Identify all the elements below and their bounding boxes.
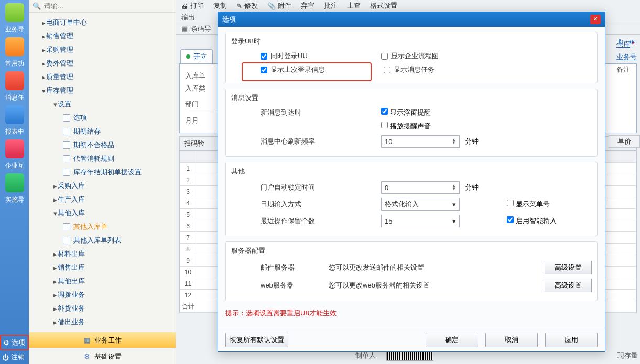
tree-node[interactable]: ▸采购入库: [29, 179, 176, 193]
desc-mail: 您可以更改发送邮件的相关设置: [329, 263, 424, 272]
sidebar-biz-button[interactable]: ▦业务工作: [29, 332, 176, 348]
rail-icon-msg[interactable]: [5, 71, 24, 90]
sidebar-base-button[interactable]: ⚙基础设置: [29, 348, 176, 364]
recent-select[interactable]: 15▾: [381, 215, 460, 227]
tree-node[interactable]: ▾设置: [29, 97, 176, 111]
tree-node[interactable]: ▸电商订单中心: [29, 16, 176, 29]
tab-open[interactable]: 开立: [180, 49, 213, 63]
tree-node[interactable]: ▸质量管理: [29, 70, 176, 84]
rail-logout-button[interactable]: ⏻注销: [0, 350, 29, 364]
tree-node[interactable]: ▾库存管理: [29, 84, 176, 97]
section-header: 消息设置: [231, 93, 592, 103]
rail-icon-impl[interactable]: [5, 173, 24, 192]
chk-popup[interactable]: 显示浮窗提醒: [381, 108, 431, 117]
footer-author: 制单人: [355, 351, 376, 360]
tree-node[interactable]: 选项: [29, 111, 176, 125]
tb-up[interactable]: 上查: [347, 0, 361, 12]
chk-sound[interactable]: 播放提醒声音: [381, 122, 431, 131]
tb-copy[interactable]: 复制: [213, 0, 227, 12]
label-recent: 最近操作保留个数: [261, 216, 334, 226]
tree-node[interactable]: ▸采购管理: [29, 43, 176, 57]
tree-node[interactable]: ▾其他入库: [29, 206, 176, 220]
section-login: 登录U8时 同时登录UU 显示企业流程图 显示上次登录信息 显示消息任务: [225, 32, 598, 83]
tb-modify[interactable]: ✎ 修改: [236, 0, 258, 12]
chk-flowchart[interactable]: 显示企业流程图: [381, 51, 439, 61]
tb-fmt[interactable]: 格式设置: [370, 0, 397, 12]
tree-node[interactable]: ▸生产入库: [29, 193, 176, 206]
rail-label: 业务导: [0, 25, 29, 34]
chk-smart-input[interactable]: 启用智能输入: [507, 216, 557, 226]
chk-last-login[interactable]: 显示上次登录信息: [261, 65, 325, 74]
status-dot-icon: [186, 54, 190, 59]
tb-output[interactable]: 输出: [181, 13, 195, 22]
section-header: 服务器配置: [231, 246, 592, 256]
tree-node[interactable]: ▸材料出库: [29, 247, 176, 261]
tree-node[interactable]: 库存年结期初单据设置: [29, 166, 176, 179]
nav-sidebar: 🔍 ▸电商订单中心▸销售管理▸采购管理▸委外管理▸质量管理▾库存管理▾设置选项期…: [29, 0, 176, 364]
bizno-link[interactable]: 业务号: [616, 53, 637, 61]
label-lock: 门户自动锁定时间: [261, 183, 334, 192]
rail-options-button[interactable]: ⚙选项: [0, 335, 29, 350]
tb-discard[interactable]: 弃审: [301, 0, 314, 12]
dialog-footer: 恢复所有默认设置 确定 取消 应用: [218, 328, 605, 351]
tree-node[interactable]: ▸调拨业务: [29, 288, 176, 302]
stock-label: 现存量: [617, 351, 638, 360]
warehouse-link[interactable]: 仓库: [616, 40, 630, 48]
rail-label: 报表中: [0, 127, 29, 136]
web-advanced-button[interactable]: 高级设置: [545, 279, 592, 292]
tree-node[interactable]: ▸补货业务: [29, 302, 176, 315]
apply-button[interactable]: 应用: [545, 333, 598, 347]
warning-text: 提示：选项设置需要重启U8才能生效: [225, 306, 598, 318]
tree-node[interactable]: 代管消耗规则: [29, 152, 176, 166]
close-icon[interactable]: ×: [590, 15, 601, 24]
field-label: 部门: [185, 100, 215, 109]
section-header: 登录U8时: [231, 37, 592, 46]
tree-node[interactable]: ▸销售出库: [29, 261, 176, 274]
reset-button[interactable]: 恢复所有默认设置: [225, 333, 288, 347]
rail-icon-ent[interactable]: [5, 139, 24, 158]
rail-label: 消息任: [0, 93, 29, 102]
tree-node[interactable]: 其他入库单: [29, 220, 176, 234]
section-message: 消息设置 新消息到达时 显示浮窗提醒 播放提醒声音 消息中心刷新频率 10▲▼ …: [225, 89, 598, 157]
rail-icon-fav[interactable]: [5, 37, 24, 56]
label-mail: 邮件服务器: [261, 263, 308, 272]
mail-advanced-button[interactable]: 高级设置: [545, 261, 592, 274]
memo-label: 备注: [616, 65, 637, 74]
search-bar: 🔍: [29, 0, 176, 13]
rail-icon-biz[interactable]: [5, 3, 24, 22]
tb-attach[interactable]: 📎 附件: [267, 0, 291, 12]
section-server: 服务器配置 邮件服务器 您可以更改发送邮件的相关设置 高级设置 web服务器 您…: [225, 241, 598, 301]
chk-login-uu[interactable]: 同时登录UU: [261, 51, 308, 61]
chk-menu-num[interactable]: 显示菜单号: [507, 200, 550, 209]
tb-note[interactable]: 批注: [324, 0, 338, 12]
refresh-spinner[interactable]: 10▲▼: [381, 135, 460, 148]
ok-button[interactable]: 确定: [426, 333, 478, 347]
chevron-down-icon: ▾: [452, 217, 456, 225]
tb-print[interactable]: 🖨 打印: [181, 0, 204, 12]
rail-label: 实施导: [0, 195, 29, 204]
date-select[interactable]: 格式化输入▾: [381, 198, 460, 211]
tree-node[interactable]: 期初不合格品: [29, 138, 176, 152]
tree-node[interactable]: 期初结存: [29, 125, 176, 138]
dialog-titlebar[interactable]: 选项 ×: [218, 12, 605, 27]
tree-node[interactable]: ▸借出业务: [29, 315, 176, 329]
toolbar: 🖨 打印 复制 ✎ 修改 📎 附件 弃审 批注 上查 格式设置: [176, 0, 640, 12]
tree-node[interactable]: ▸其他出库: [29, 274, 176, 288]
label-new-msg: 新消息到达时: [261, 108, 334, 117]
doc-icon: ▦: [84, 332, 90, 348]
tree-node[interactable]: ▸委外管理: [29, 57, 176, 70]
rail-icon-report[interactable]: [5, 105, 24, 124]
search-icon: 🔍: [32, 2, 41, 10]
spinner-icon[interactable]: ▲▼: [452, 184, 456, 191]
barcode-icon: [386, 350, 433, 361]
tree-node[interactable]: ▸销售管理: [29, 29, 176, 43]
rail-label: 企业互: [0, 161, 29, 170]
lock-spinner[interactable]: 0▲▼: [381, 181, 460, 194]
left-rail: 业务导 常用功 消息任 报表中 企业互 实施导 ⚙选项 ⏻注销: [0, 0, 29, 364]
chk-msg-task[interactable]: 显示消息任务: [384, 65, 435, 74]
spinner-icon[interactable]: ▲▼: [452, 138, 456, 145]
search-input[interactable]: [44, 2, 172, 10]
tree-node[interactable]: 其他入库单列表: [29, 234, 176, 247]
cancel-button[interactable]: 取消: [485, 333, 538, 347]
gear-icon: ⚙: [84, 348, 90, 365]
